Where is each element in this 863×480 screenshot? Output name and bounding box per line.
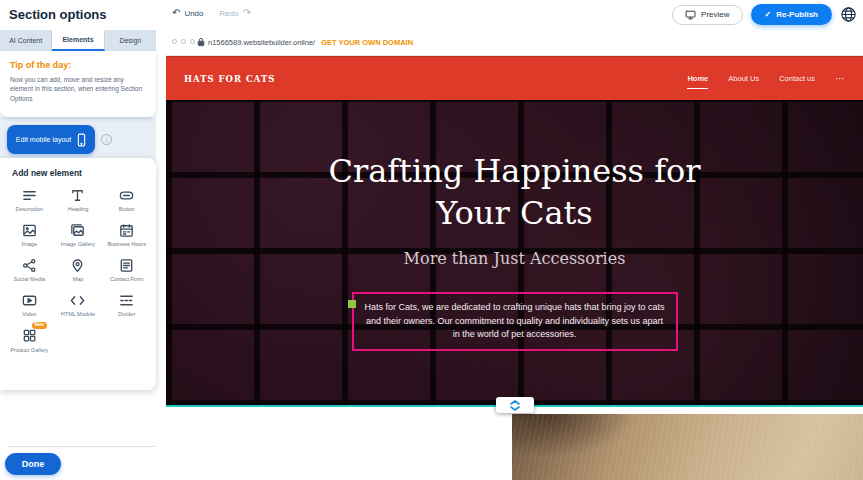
site-preview-canvas: HATS FOR CATS Home About Us Contact us ⋯… [166,56,863,480]
element-description[interactable]: Description [6,186,53,213]
check-icon: ✓ [765,10,772,19]
tab-elements[interactable]: Elements [52,30,104,51]
language-globe-icon[interactable] [840,6,857,23]
tab-label: Elements [62,36,93,43]
done-button[interactable]: Done [5,453,61,475]
button-icon [118,186,135,204]
next-section [166,407,863,480]
image-gallery-icon [69,221,86,239]
tab-design[interactable]: Design [105,30,156,51]
element-label: Contact Form [110,276,143,283]
site-logo[interactable]: HATS FOR CATS [184,74,275,84]
phone-icon [77,133,86,147]
element-label: Image [22,241,37,248]
window-controls [172,39,195,44]
republish-button[interactable]: ✓ Re-Publish [751,4,832,25]
hero-heading-line2: Your Cats [328,192,700,234]
app-root: Section options ↶ Undo Redo ↷ Preview [0,0,863,480]
redo-button[interactable]: Redo ↷ [220,8,252,18]
preview-label: Preview [701,10,729,19]
toolbar-right-group: Preview ✓ Re-Publish [672,4,857,25]
page-title: Section options [9,7,107,22]
element-business-hours[interactable]: Business Hours [103,221,150,248]
info-icon[interactable]: i [101,134,112,145]
window-control-dot [181,39,186,44]
resize-handle-green[interactable] [348,300,356,308]
element-video[interactable]: Video [6,291,53,318]
element-contact-form[interactable]: Contact Form [103,256,150,283]
element-heading[interactable]: Heading [55,186,102,213]
new-badge: New [32,322,47,330]
get-your-own-domain-link[interactable]: GET YOUR OWN DOMAIN [321,38,413,47]
element-label: Divider [118,311,135,318]
product-gallery-icon: New [21,327,38,345]
tab-ai-content[interactable]: AI Content [0,30,52,51]
undo-redo-group: ↶ Undo Redo ↷ [172,8,251,18]
contact-form-icon [118,256,135,274]
element-label: Image Gallery [61,241,95,248]
republish-label: Re-Publish [776,10,818,19]
tip-body: Now you can add, move and resize any ele… [10,75,146,103]
site-url: n1566589.websitebuilder.online/ [208,38,315,47]
add-new-element-heading: Add new element [12,168,150,178]
preview-button[interactable]: Preview [672,5,742,25]
panel-tabs: AI Content Elements Design [0,30,156,51]
image-icon [21,221,38,239]
hero-heading-line1: Crafting Happiness for [328,150,700,192]
nav-home[interactable]: Home [687,74,708,83]
hero-paragraph-text: Hats for Cats, we are dedicated to craft… [364,302,664,339]
element-label: Description [16,206,44,213]
add-new-element-card: Add new element Description Heading [0,158,156,390]
element-divider[interactable]: Divider [103,291,150,318]
business-hours-icon [118,221,135,239]
window-control-dot [172,39,177,44]
tab-label: Design [119,37,141,44]
description-icon [21,186,38,204]
element-image[interactable]: Image [6,221,53,248]
element-label: Social Media [14,276,46,283]
address-bar: n1566589.websitebuilder.online/GET YOUR … [208,38,413,47]
browser-chrome-bar: n1566589.websitebuilder.online/GET YOUR … [166,28,863,56]
nav-about-us[interactable]: About Us [728,74,759,83]
lock-icon [197,37,205,47]
element-label: Button [119,206,135,213]
element-image-gallery[interactable]: Image Gallery [55,221,102,248]
map-icon [69,256,86,274]
element-map[interactable]: Map [55,256,102,283]
edit-mobile-layout-button[interactable]: Edit mobile layout [7,125,95,154]
redo-icon: ↷ [243,8,251,18]
hero-section[interactable]: Crafting Happiness for Your Cats More th… [166,100,863,406]
nav-contact-us[interactable]: Contact us [779,74,815,83]
window-control-dot [190,39,195,44]
element-label: Map [73,276,84,283]
element-social-media[interactable]: Social Media [6,256,53,283]
section-resize-handle[interactable] [496,397,534,413]
undo-button[interactable]: ↶ Undo [172,8,204,18]
undo-icon: ↶ [172,8,180,18]
carpet-cat-photo[interactable] [512,414,863,480]
social-media-icon [21,256,38,274]
section-options-panel: AI Content Elements Design Tip of the da… [0,28,166,480]
hero-paragraph-selected[interactable]: Hats for Cats, we are dedicated to craft… [352,292,678,351]
hero-heading[interactable]: Crafting Happiness for Your Cats [328,150,700,234]
undo-label: Undo [184,9,203,18]
tip-title: Tip of the day: [10,60,146,70]
element-button[interactable]: Button [103,186,150,213]
nav-more-icon[interactable]: ⋯ [835,76,845,81]
tip-of-the-day-card: Tip of the day: Now you can add, move an… [0,51,156,117]
element-label: Heading [68,206,89,213]
html-module-icon [69,291,86,309]
element-product-gallery[interactable]: New Product Gallery [6,327,53,354]
tab-label: AI Content [9,37,42,44]
hero-subheading[interactable]: More than Just Accessories [404,249,626,268]
element-label: HTML Module [61,311,95,318]
element-html-module[interactable]: HTML Module [55,291,102,318]
element-label: Product Gallery [10,347,48,354]
heading-icon [69,186,86,204]
redo-label: Redo [220,9,239,18]
site-header: HATS FOR CATS Home About Us Contact us ⋯ [166,56,863,100]
video-icon [21,291,38,309]
panel-divider [8,446,156,447]
monitor-icon [685,10,696,20]
top-toolbar: Section options ↶ Undo Redo ↷ Preview [0,0,863,28]
